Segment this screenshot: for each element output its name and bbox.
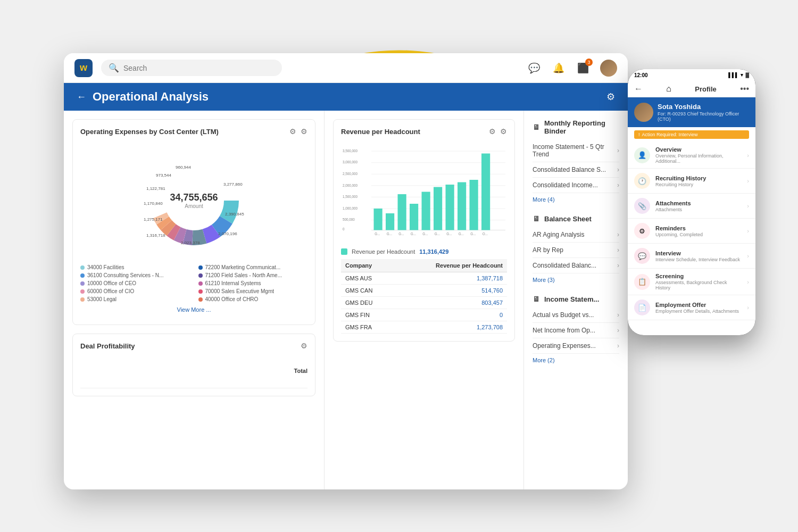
binder-item[interactable]: AR Aging Analysis › — [533, 227, 619, 243]
legend-label: 34000 Facilities — [87, 264, 124, 270]
profile-avatar — [634, 103, 653, 122]
phone-attachments-item[interactable]: 📎 Attachments Attachments › — [628, 194, 755, 219]
legend-grid: 34000 Facilities 72200 Marketing Communi… — [80, 264, 307, 302]
wifi-icon: ▾ — [741, 72, 743, 78]
binder-item[interactable]: Net Income from Op... › — [533, 323, 619, 338]
legend-item: 53000 Legal — [80, 296, 190, 302]
operating-expenses-widget: Operating Expenses by Cost Center (LTM) … — [72, 119, 315, 325]
action-required-banner[interactable]: ! Action Required: Interview — [634, 130, 749, 139]
mobile-phone: 12:00 ▌▌▌ ▾ ▓ ← ⌂ Profile ••• Sota Yoshi… — [628, 69, 755, 335]
view-more-link[interactable]: View More ... — [80, 302, 307, 317]
legend-item: 60000 Office of CIO — [80, 288, 190, 294]
svg-text:2,000,000: 2,000,000 — [343, 184, 358, 187]
stat-label: Revenue per Headcount — [352, 248, 415, 255]
bar-3 — [398, 194, 406, 230]
binder-item[interactable]: Actual vs Budget vs... › — [533, 307, 619, 323]
legend-dot — [198, 289, 203, 294]
bar-9 — [470, 180, 478, 230]
svg-text:G...: G... — [435, 232, 440, 236]
phone-employment-offer-item[interactable]: 📄 Employment Offer Employment Offer Deta… — [628, 295, 755, 320]
signal-icon: ▌▌▌ — [728, 72, 738, 78]
revenue-headcount-actions: ⚙ ⚙ — [489, 127, 507, 136]
phone-screening-item[interactable]: 📋 Screening Assessments, Background Chec… — [628, 269, 755, 295]
phone-menu-text: Employment Offer Employment Offer Detail… — [655, 302, 742, 314]
stat-value: 11,316,429 — [419, 248, 448, 255]
phone-status-bar: 12:00 ▌▌▌ ▾ ▓ — [628, 69, 755, 81]
svg-text:1,000,000: 1,000,000 — [343, 206, 358, 210]
chevron-icon: › — [617, 181, 619, 189]
binder-item[interactable]: Consolidated Balance S... › — [533, 162, 619, 178]
company-cell: GMS DEU — [341, 297, 394, 309]
svg-text:3,500,000: 3,500,000 — [343, 149, 358, 153]
phone-content: Sota Yoshida For: R-00293 Chief Technolo… — [628, 97, 755, 335]
bell-icon[interactable]: 🔔 — [551, 61, 566, 76]
binder-item[interactable]: Income Statement - 5 Qtr Trend › — [533, 139, 619, 162]
table-row: GMS AUS 1,387,718 — [341, 272, 507, 285]
svg-text:0: 0 — [343, 227, 345, 231]
more-link[interactable]: More (4) — [533, 193, 619, 206]
menu-item-sub: Interview Schedule, Interview Feedback — [655, 257, 742, 262]
legend-label: 72200 Marketing Communicat... — [205, 264, 281, 270]
legend-dot — [80, 289, 85, 294]
menu-item-sub: Overview, Personal Information, Addition… — [655, 153, 742, 164]
user-avatar[interactable] — [600, 60, 617, 77]
phone-chevron-icon: › — [747, 253, 749, 259]
table-row: GMS DEU 803,457 — [341, 297, 507, 309]
donut-chart-container: 3,277,860 2,390,845 2,070,196 2,023,378 … — [80, 142, 307, 259]
more-link[interactable]: More (2) — [533, 354, 619, 367]
settings-icon-2[interactable]: ⚙ — [500, 127, 507, 136]
menu-item-sub: Recruiting History — [655, 182, 742, 187]
more-link[interactable]: More (3) — [533, 273, 619, 286]
nav-icons: 💬 🔔 ⬛ 3 — [527, 60, 617, 77]
phone-recruiting-history-item[interactable]: 🕐 Recruiting History Recruiting History … — [628, 169, 755, 194]
settings-widget-icon[interactable]: ⚙ — [301, 127, 307, 136]
legend-item: 10000 Office of CEO — [80, 280, 190, 286]
binder-icon: 🖥 — [533, 214, 540, 223]
phone-more-menu[interactable]: ••• — [740, 84, 749, 94]
chat-icon[interactable]: 💬 — [527, 61, 542, 76]
income-statement-section: 🖥 Income Statem... Actual vs Budget vs..… — [533, 295, 619, 367]
inbox-icon[interactable]: ⬛ 3 — [576, 61, 591, 76]
chevron-icon: › — [617, 262, 619, 269]
profile-name: Sota Yoshida — [658, 103, 749, 111]
stat-row: Revenue per Headcount 11,316,429 — [341, 248, 507, 255]
svg-text:G...: G... — [411, 232, 416, 236]
company-cell: GMS AUS — [341, 272, 394, 285]
phone-back-button[interactable]: ← — [634, 84, 643, 94]
table-row: GMS FRA 1,273,708 — [341, 321, 507, 334]
binder-item-label: Consolidated Income... — [533, 181, 598, 189]
phone-interview-item[interactable]: 💬 Interview Interview Schedule, Intervie… — [628, 244, 755, 269]
binder-item[interactable]: Consolidated Income... › — [533, 178, 619, 193]
legend-dot — [80, 297, 85, 302]
legend-item: 40000 Office of CHRO — [198, 296, 308, 302]
interview-icon: 💬 — [634, 248, 650, 264]
binder-item-label: Operating Expenses... — [533, 342, 596, 350]
back-button[interactable]: ← — [77, 92, 86, 103]
value-cell: 1,387,718 — [394, 272, 507, 285]
svg-text:G...: G... — [398, 232, 404, 236]
filter-icon-2[interactable]: ⚙ — [489, 127, 496, 136]
deal-settings-icon[interactable]: ⚙ — [301, 342, 307, 350]
search-input[interactable] — [123, 64, 275, 72]
binder-item-label: AR Aging Analysis — [533, 231, 584, 238]
legend-label: 71200 Field Sales - North Ame... — [205, 272, 282, 278]
svg-text:O...: O... — [483, 232, 488, 236]
binder-item[interactable]: AR by Rep › — [533, 243, 619, 258]
search-bar[interactable]: 🔍 — [101, 60, 282, 76]
filter-icon[interactable]: ⚙ — [289, 127, 296, 136]
svg-text:3,000,000: 3,000,000 — [343, 160, 358, 164]
binder-item[interactable]: Operating Expenses... › — [533, 338, 619, 354]
phone-reminders-item[interactable]: ⚙ Reminders Upcoming, Completed › — [628, 219, 755, 244]
binder-item[interactable]: Consolidated Balanc... › — [533, 258, 619, 273]
widget-title: Operating Expenses by Cost Center (LTM) — [80, 128, 219, 136]
phone-home-icon[interactable]: ⌂ — [666, 84, 671, 94]
svg-text:3,277,860: 3,277,860 — [223, 182, 243, 187]
phone-overview-item[interactable]: 👤 Overview Overview, Personal Informatio… — [628, 142, 755, 169]
bar-2 — [386, 213, 394, 230]
phone-menu-text: Attachments Attachments — [655, 200, 742, 212]
svg-text:G...: G... — [375, 232, 380, 236]
menu-item-sub: Assessments, Background Check History — [655, 280, 742, 290]
binder-icon: 🖥 — [533, 123, 540, 131]
settings-icon[interactable]: ⚙ — [606, 91, 615, 103]
table-row: GMS FIN 0 — [341, 309, 507, 321]
